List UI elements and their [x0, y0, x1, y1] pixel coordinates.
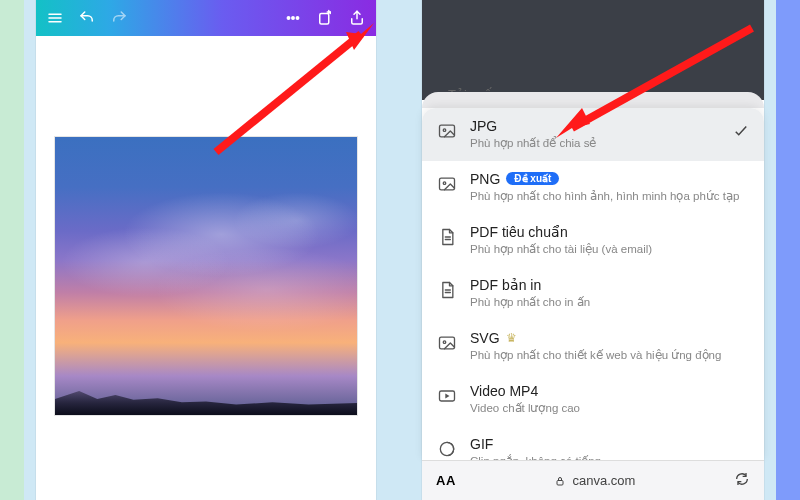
option-sub: Phù hợp nhất để chia sẻ: [470, 136, 750, 151]
phone-editor: [36, 0, 376, 500]
svg-point-0: [287, 17, 289, 19]
option-title: GIF: [470, 436, 493, 452]
image-icon: [436, 120, 458, 142]
svg-point-1: [292, 17, 294, 19]
option-sub: Video chất lượng cao: [470, 401, 750, 416]
sheet-back-button[interactable]: Tải xuống: [432, 87, 507, 102]
option-png[interactable]: PNG Đề xuất Phù hợp nhất cho hình ảnh, h…: [422, 161, 764, 214]
crown-icon: ♛: [506, 331, 517, 345]
share-icon[interactable]: [348, 9, 366, 27]
option-title: JPG: [470, 118, 497, 134]
option-title: Video MP4: [470, 383, 538, 399]
redo-icon[interactable]: [110, 9, 128, 27]
option-title: PNG: [470, 171, 500, 187]
option-mp4[interactable]: Video MP4 Video chất lượng cao: [422, 373, 764, 426]
image-icon: [436, 332, 458, 354]
svg-rect-14: [557, 480, 563, 485]
url-text: canva.com: [572, 473, 635, 488]
option-pdf-print[interactable]: PDF bản in Phù hợp nhất cho in ấn: [422, 267, 764, 320]
option-jpg[interactable]: JPG Phù hợp nhất để chia sẻ: [422, 108, 764, 161]
option-sub: Phù hợp nhất cho thiết kế web và hiệu ứn…: [470, 348, 750, 363]
phone-download: Tải xuống JPG Phù hợp nhất để chia sẻ PN…: [422, 0, 764, 500]
svg-point-7: [443, 129, 446, 132]
video-icon: [436, 385, 458, 407]
option-pdf-standard[interactable]: PDF tiêu chuẩn Phù hợp nhất cho tài liệu…: [422, 214, 764, 267]
option-sub: Phù hợp nhất cho hình ảnh, hình minh họa…: [470, 189, 750, 204]
svg-rect-3: [320, 14, 329, 25]
add-page-icon[interactable]: [316, 9, 334, 27]
svg-point-2: [296, 17, 298, 19]
option-title: PDF bản in: [470, 277, 541, 293]
reader-aa-button[interactable]: AA: [436, 473, 456, 488]
address-bar[interactable]: canva.com: [554, 473, 635, 488]
svg-point-9: [443, 182, 446, 185]
frame-left-rail: [0, 0, 24, 500]
editor-canvas[interactable]: [36, 36, 376, 456]
menu-icon[interactable]: [46, 9, 64, 27]
doc-icon: [436, 279, 458, 301]
option-gif[interactable]: GIF Clip ngắn, không có tiếng: [422, 426, 764, 460]
undo-icon[interactable]: [78, 9, 96, 27]
option-svg[interactable]: SVG ♛ Phù hợp nhất cho thiết kế web và h…: [422, 320, 764, 373]
frame-right-rail: [776, 0, 800, 500]
lock-icon: [554, 475, 566, 487]
doc-icon: [436, 226, 458, 248]
option-title: SVG: [470, 330, 500, 346]
image-icon: [436, 173, 458, 195]
option-sub: Phù hợp nhất cho in ấn: [470, 295, 750, 310]
download-sheet: JPG Phù hợp nhất để chia sẻ PNG Đề xuất …: [422, 108, 764, 460]
design-image[interactable]: [54, 136, 358, 416]
badge-recommended: Đề xuất: [506, 172, 559, 185]
refresh-button[interactable]: [734, 471, 750, 490]
gif-icon: [436, 438, 458, 460]
download-backdrop: Tải xuống: [422, 0, 764, 100]
check-icon: [732, 122, 750, 144]
option-sub: Phù hợp nhất cho tài liệu (và email): [470, 242, 750, 257]
option-title: PDF tiêu chuẩn: [470, 224, 568, 240]
editor-topbar: [36, 0, 376, 36]
sheet-back-label: Tải xuống: [448, 87, 507, 102]
svg-point-11: [443, 341, 446, 344]
safari-bottom-bar: AA canva.com: [422, 460, 764, 500]
more-icon[interactable]: [284, 9, 302, 27]
